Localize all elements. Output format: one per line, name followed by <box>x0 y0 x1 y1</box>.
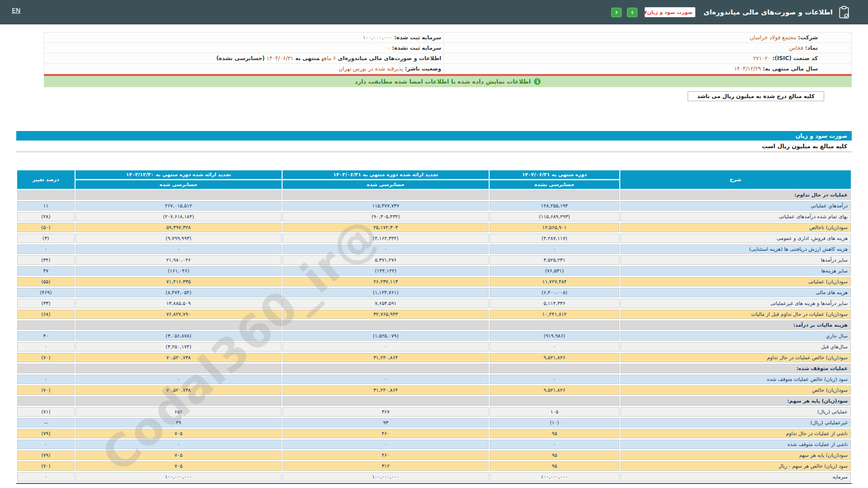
cell-value: ۰ <box>17 472 75 482</box>
cell-description: سال‌هاي قبل <box>620 342 851 352</box>
cell-value: (۳,۲۵۰,۱۷۴) <box>75 342 282 352</box>
cell-value: (۱,۵۲۵,۰۷۹) <box>283 331 489 341</box>
cell-description: سود(زیان) ناخالص <box>620 223 851 232</box>
cell-value: (۴,۱۶۲,۳۴۴) <box>283 234 489 243</box>
subheader-audited-year: حسابرسی شده <box>75 180 282 189</box>
cell-value: -- <box>17 418 75 427</box>
cell-value: ۵۹,۳۹۷,۳۲۸ <box>75 223 282 232</box>
info-label: سرمایه ثبت نشده: <box>392 45 441 51</box>
cell-description: سود(زیان) خالص عملیات در حال تداوم <box>620 353 851 362</box>
info-cell-left: سرمایه ثبت نشده:۰ <box>44 43 444 53</box>
info-row: شرکت:مجتمع فولاد خراسانسرمایه ثبت شده:۱۰… <box>44 33 852 43</box>
table-row: سود (زیان) خالص هر سهم - ریال۹۵۳۱۲۷۰۵(۷۰… <box>17 461 851 471</box>
info-cell-left: وضعیت ناشر:پذیرفته شده در بورس تهران <box>44 64 444 74</box>
header-restated-year: تجدید ارائه شده دوره منتهی به ۱۴۰۳/۱۲/۳۰ <box>75 170 282 179</box>
cell-value <box>283 364 489 373</box>
cell-value: ۳۱۲ <box>283 461 489 471</box>
cell-value: (۳۴) <box>17 255 75 265</box>
cell-description: سرمایه <box>620 472 851 482</box>
cell-value: ۱۱,۷۲۷,۴۸۴ <box>490 277 619 286</box>
chevron-right-icon: › <box>631 8 633 16</box>
cell-value: (۷۶,۵۳۱) <box>490 266 619 276</box>
cell-value: (۱۰) <box>490 418 619 427</box>
table-row: سود(زیان) عملیات در حال تداوم قبل از مال… <box>17 310 851 319</box>
info-value: ۲۷۱۰۲۰ <box>753 55 771 61</box>
section-row: عملیات در حال تداوم: <box>17 190 851 200</box>
table-row: سایر درآمدها۳,۵۲۵,۲۳۱۵,۳۷۱,۲۷۶۲۱,۹۸۰,۰۴۶… <box>17 255 851 265</box>
cell-value: ۰ <box>283 244 489 254</box>
info-label: نماد: <box>805 45 818 51</box>
dropdown-selected-value: صورت سود و زیان <box>647 9 693 15</box>
cell-description: عملیاتي (ریال) <box>620 407 851 417</box>
cell-value: ۰ <box>17 375 75 384</box>
table-row: سود(زیان) پایه هر سهم۹۵۴۶۰۷۰۵(۷۹) <box>17 450 851 460</box>
cell-description: سایر درآمدها <box>620 255 851 265</box>
info-row: کد صنعت (ISIC):۲۷۱۰۲۰اطلاعات و صورت‌های … <box>44 53 852 64</box>
cell-description: سود(زیان) عملیات در حال تداوم قبل از مال… <box>620 310 851 319</box>
cell-value: ۷,۶۵۳,۵۹۱ <box>283 299 489 308</box>
cell-value: ۹,۵۲۱,۸۲۶ <box>490 353 619 362</box>
cell-value: (۸,۴۷۴,۰۵۴) <box>75 288 282 297</box>
cell-description: عملیات در حال تداوم: <box>620 190 851 200</box>
cell-value: ۰ <box>283 440 489 449</box>
cell-value: ۰ <box>75 375 282 384</box>
info-value: فخاس <box>789 45 803 51</box>
cell-description: ناشي از عملیات در حال تداوم <box>620 429 851 438</box>
cell-value: (۶,۴۰۰,۰۰۸) <box>490 288 619 297</box>
language-toggle-en[interactable]: EN <box>12 7 20 14</box>
cell-value: ۰ <box>75 440 282 449</box>
cell-value: ۲۶,۲۳۷,۱۱۳ <box>283 277 489 286</box>
cell-value: ۶۵۶ <box>75 407 282 417</box>
cell-value: ۱۲,۵۶۵,۹۰۱ <box>490 223 619 232</box>
signature-notice-text: اطلاعات نمایش داده شده با اطلاعات امضا ش… <box>355 78 531 85</box>
table-row: سود(زیان) خالص۹,۵۲۱,۸۲۶۳۱,۲۴۰,۸۶۴۷۰,۵۲۰,… <box>17 385 851 395</box>
cell-value: ۷۰۵ <box>75 429 282 438</box>
cell-value: ۴۹ <box>75 418 282 427</box>
info-value: ۰ <box>387 45 390 51</box>
cell-description: هزینه های فروش، اداری و عمومی <box>620 234 851 243</box>
info-value: ۱۴۰۴/۱۲/۲۹ <box>734 66 761 72</box>
cell-value: ۴۶۰ <box>283 450 489 460</box>
cell-value: (۶۸) <box>17 310 75 319</box>
header-current-period: دوره منتهی به ۱۴۰۴/۰۶/۳۱ <box>490 170 619 179</box>
cell-value: (۱۶۱,۰۴۶) <box>75 266 282 276</box>
cell-description: سایر درآمدها و هزینه های غیرعملیاتی <box>620 299 851 308</box>
income-statement-table-wrapper: @Codal360_ir شرح دوره منتهی به ۱۴۰۴/۰۶/۳… <box>16 169 852 484</box>
cell-value <box>75 190 282 200</box>
info-label: اطلاعات و صورت‌های مالی میاندوره‌ای <box>338 55 441 61</box>
cell-value <box>490 190 619 200</box>
section-row: عملیات متوقف شده: <box>17 364 851 373</box>
info-label: کد صنعت (ISIC): <box>773 55 818 61</box>
cell-value <box>17 320 75 330</box>
cell-description: هزینه کاهش ارزش دریافتنی ها (هزینه استثن… <box>620 244 851 254</box>
cell-description: سایر هزینه‌ها <box>620 266 851 276</box>
statement-type-dropdown[interactable]: صورت سود و زیان ▼ <box>645 7 695 17</box>
next-statement-button[interactable]: › <box>627 8 637 17</box>
cell-value <box>17 364 75 373</box>
cell-value: (۷۹) <box>17 450 75 460</box>
cell-value: (۵۵) <box>17 277 75 286</box>
previous-statement-button[interactable]: ‹ <box>611 8 622 17</box>
cell-value: ۹۵ <box>490 461 619 471</box>
cell-value: (۳) <box>17 234 75 243</box>
cell-value: ۴۶۰ <box>283 429 489 438</box>
subheader-unaudited: حسابرسی نشده <box>490 180 619 189</box>
cell-description: سود(زیان) پایه هر سهم: <box>620 396 851 406</box>
cell-value <box>75 320 282 330</box>
header-restated-6m: تجدید ارائه شده دوره منتهی به ۱۴۰۳/۰۶/۳۱ <box>283 170 489 179</box>
info-cell-right: نماد:فخاس <box>444 43 852 53</box>
cell-description: عملیات متوقف شده: <box>620 364 851 373</box>
cell-value: ۰ <box>490 375 619 384</box>
cell-value: (۳,۰۵۶,۸۷۸) <box>75 331 282 341</box>
company-info-table: شرکت:مجتمع فولاد خراسانسرمایه ثبت شده:۱۰… <box>44 32 852 74</box>
table-row: هزینه های مالی(۶,۴۰۰,۰۰۸)(۱,۱۲۴,۷۶۱)(۸,۴… <box>17 288 851 297</box>
cell-value: ۱۳,۸۸۵,۵۰۹ <box>75 299 282 308</box>
cell-value: ۵,۳۷۱,۲۷۶ <box>283 255 489 265</box>
cell-value: ۰ <box>17 244 75 254</box>
cell-value: (۹۱۹,۹۸۶) <box>490 331 619 341</box>
cell-value: (۱۴۴,۱۲۲) <box>283 266 489 276</box>
info-cell-left: اطلاعات و صورت‌های مالی میاندوره‌ای۶ ماه… <box>44 53 444 64</box>
subheader-audited-6m: حسابرسی شده <box>283 180 489 189</box>
info-row: سال مالی منتهی به:۱۴۰۴/۱۲/۲۹وضعیت ناشر:پ… <box>44 64 852 74</box>
cell-value: ۴۷ <box>17 266 75 276</box>
